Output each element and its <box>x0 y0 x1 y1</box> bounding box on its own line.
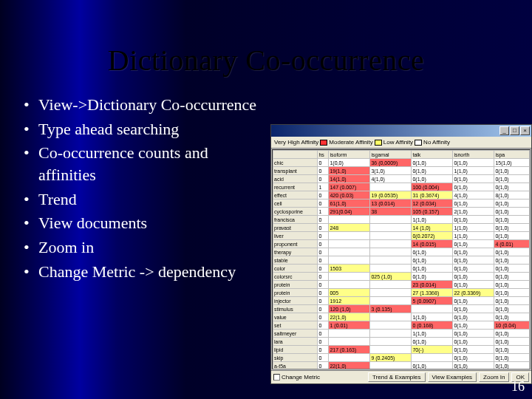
data-cell[interactable]: 0(1,0) <box>494 338 530 346</box>
data-cell[interactable]: 61(1,0) <box>329 200 370 208</box>
data-cell[interactable]: 0(1,0) <box>453 346 494 354</box>
data-cell[interactable]: 8(1,0) <box>494 191 530 200</box>
data-cell[interactable]: 0(1,0) <box>412 248 453 256</box>
data-cell[interactable]: 0(1,0) <box>494 354 530 362</box>
table-row[interactable]: protein000527 (1.3368)22 (0.3369)0(1,0) <box>273 289 530 297</box>
data-cell[interactable]: 0(1,0) <box>453 216 494 224</box>
data-cell[interactable]: 0(1,0) <box>412 265 453 273</box>
data-cell[interactable]: 3(1,0) <box>370 167 412 175</box>
table-row[interactable]: francisca01(1,0)0(1,0)0(1,0) <box>273 216 530 224</box>
data-cell[interactable]: 0(1,0) <box>453 321 494 330</box>
maximize-button[interactable]: □ <box>510 126 519 135</box>
data-cell[interactable]: 0 <box>318 321 329 330</box>
data-cell[interactable]: 0(1,0) <box>453 200 494 208</box>
table-row[interactable]: recurrent1147 (0.007)100 (0.004)0(1,0)0(… <box>273 183 530 191</box>
trend-examples-button[interactable]: Trend & Examples <box>368 372 426 382</box>
data-cell[interactable]: 14 (1,0) <box>412 224 453 232</box>
data-cell[interactable]: 0 <box>318 281 329 289</box>
data-cell[interactable]: 147 (0.007) <box>329 183 370 191</box>
data-cell[interactable]: 0(1,0) <box>453 159 494 167</box>
table-row[interactable]: transplant019(1,0)3(1,0)0(1,0)1(1,0)0(1,… <box>273 167 530 175</box>
data-cell[interactable]: 14(1,0) <box>329 175 370 183</box>
data-cell[interactable] <box>329 273 370 281</box>
data-cell[interactable]: 0(1,0) <box>412 167 453 175</box>
data-cell[interactable]: 0 <box>318 330 329 338</box>
table-row[interactable]: a-t5a022(1,0)0(1,0)0(1,0)0(1,0) <box>273 362 530 370</box>
data-cell[interactable]: 0 <box>318 346 329 354</box>
data-cell[interactable] <box>412 305 453 313</box>
table-row[interactable]: pravast024814 (1,0)1(1,0)0(1,0) <box>273 224 530 232</box>
data-cell[interactable]: 0(1,0) <box>494 208 530 216</box>
data-cell[interactable]: 0(1,0) <box>453 305 494 313</box>
table-row[interactable]: cell061(1,0)13 (0.014)12 (0.034)0(1,0)0(… <box>273 200 530 208</box>
data-cell[interactable]: 025 (1,0) <box>370 273 412 281</box>
data-cell[interactable]: 217 (0.163) <box>329 346 370 354</box>
data-cell[interactable] <box>370 256 412 265</box>
data-cell[interactable]: 23 (0.014) <box>412 281 453 289</box>
data-cell[interactable]: 0(1,0) <box>453 273 494 281</box>
data-cell[interactable] <box>370 313 412 321</box>
data-cell[interactable]: 0 <box>318 313 329 321</box>
data-cell[interactable]: 22(1,0) <box>329 362 370 370</box>
data-cell[interactable] <box>329 216 370 224</box>
data-cell[interactable] <box>370 297 412 305</box>
data-cell[interactable]: 0(1,0) <box>453 281 494 289</box>
data-cell[interactable] <box>412 354 453 362</box>
data-cell[interactable]: 0 <box>318 265 329 273</box>
data-cell[interactable]: 1503 <box>329 265 370 273</box>
data-cell[interactable]: 120 (1,0) <box>329 305 370 313</box>
table-row[interactable]: stimulus0120 (1,0)3 (0.135)0(1,0)0(1,0) <box>273 305 530 313</box>
table-row[interactable]: skip09 (0.2405)0(1,0)0(1,0) <box>273 354 530 362</box>
data-cell[interactable]: 38 <box>370 208 412 216</box>
data-cell[interactable]: 0(1,0) <box>453 313 494 321</box>
data-cell[interactable]: 1(1,0) <box>453 232 494 240</box>
column-header[interactable]: ispa <box>494 151 530 159</box>
change-metric-checkbox[interactable]: Change Metric <box>273 374 320 381</box>
data-cell[interactable]: 0(1,0) <box>494 281 530 289</box>
data-cell[interactable] <box>370 281 412 289</box>
table-row[interactable]: colorsrc0025 (1,0)0(1,0)0(1,0)0(1,0) <box>273 273 530 281</box>
data-cell[interactable] <box>370 346 412 354</box>
data-cell[interactable]: 0 <box>318 216 329 224</box>
data-cell[interactable]: 0(1,0) <box>494 297 530 305</box>
data-cell[interactable]: 0 <box>318 289 329 297</box>
view-examples-button[interactable]: View Examples <box>428 372 477 382</box>
data-cell[interactable]: 0 <box>318 256 329 265</box>
data-cell[interactable]: 3 (0.135) <box>370 305 412 313</box>
data-cell[interactable]: 420 (0.03) <box>329 191 370 200</box>
data-cell[interactable] <box>370 240 412 248</box>
data-cell[interactable]: 0(1,0) <box>453 330 494 338</box>
column-header[interactable]: isoform <box>329 151 370 159</box>
data-cell[interactable]: 22(1,0) <box>329 313 370 321</box>
data-cell[interactable]: 1(1,0) <box>412 216 453 224</box>
data-cell[interactable]: 0 <box>318 273 329 281</box>
data-cell[interactable]: 0(1,0) <box>494 330 530 338</box>
data-cell[interactable]: 0(1,0) <box>453 183 494 191</box>
data-cell[interactable] <box>329 281 370 289</box>
column-header[interactable]: isgamal <box>370 151 412 159</box>
data-cell[interactable]: 0 <box>318 362 329 370</box>
data-cell[interactable]: 4 (0.01) <box>494 240 530 248</box>
data-cell[interactable] <box>329 338 370 346</box>
data-cell[interactable] <box>329 354 370 362</box>
data-cell[interactable]: 1 <box>318 208 329 216</box>
data-cell[interactable]: 0(1,0) <box>453 265 494 273</box>
data-cell[interactable] <box>370 224 412 232</box>
data-cell[interactable]: 27 (1.3368) <box>412 289 453 297</box>
data-cell[interactable]: 0(1,0) <box>412 159 453 167</box>
data-cell[interactable]: 0(1,0) <box>494 232 530 240</box>
data-cell[interactable]: 0(1,0) <box>494 362 530 370</box>
data-cell[interactable]: 0 <box>318 232 329 240</box>
data-cell[interactable]: 0(1,0) <box>453 175 494 183</box>
column-header[interactable]: isnorth <box>453 151 494 159</box>
column-header[interactable]: talk <box>412 151 453 159</box>
data-cell[interactable]: 12 (0.034) <box>412 200 453 208</box>
data-cell[interactable]: 0 <box>318 297 329 305</box>
data-cell[interactable]: 0 <box>318 224 329 232</box>
data-cell[interactable]: 0(1,0) <box>412 338 453 346</box>
data-cell[interactable]: 0(1,0) <box>453 240 494 248</box>
table-row[interactable]: cyclosporine1291(0.04)38105 (0.157)2(1,0… <box>273 208 530 216</box>
data-cell[interactable]: 0(1,0) <box>494 200 530 208</box>
data-cell[interactable]: 36 (0,0009) <box>370 159 412 167</box>
data-cell[interactable]: 105 (0.157) <box>412 208 453 216</box>
